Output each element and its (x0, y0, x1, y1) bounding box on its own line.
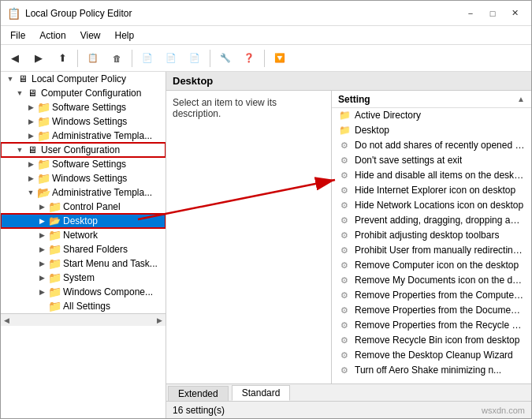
tree-item-windows-settings-2[interactable]: ▶ 📁 Windows Settings (1, 171, 166, 185)
setting-turn-off-aero[interactable]: ⚙ Turn off Aero Shake minimizing n... (332, 363, 531, 378)
back-button[interactable]: ◀ (4, 48, 26, 69)
ws1-label: Windows Settings (52, 116, 127, 127)
tree-item-shared-folders[interactable]: ▶ 📁 Shared Folders (1, 242, 166, 256)
tab-extended[interactable]: Extended (168, 386, 229, 401)
settings-button[interactable]: 🔧 (214, 48, 236, 69)
ws2-label: Windows Settings (52, 173, 127, 184)
wc-toggle[interactable]: ▶ (35, 288, 48, 296)
setting-hide-ie[interactable]: ⚙ Hide Internet Explorer icon on desktop (332, 183, 531, 198)
rdc-icon: ⚙ (338, 349, 351, 361)
nse-label: Don't save settings at exit (355, 155, 462, 166)
setting-hide-network[interactable]: ⚙ Hide Network Locations icon on desktop (332, 198, 531, 213)
sys-toggle[interactable]: ▶ (35, 274, 48, 282)
rmd-label: Remove My Documents icon on the deskto..… (355, 275, 525, 286)
setting-desktop[interactable]: 📁 Desktop (332, 123, 531, 138)
setting-prohibit-redirect[interactable]: ⚙ Prohibit User from manually redirectin… (332, 243, 531, 258)
hie-label: Hide Internet Explorer icon on desktop (355, 185, 515, 196)
menu-help[interactable]: Help (109, 28, 141, 43)
root-label: Local Computer Policy (32, 73, 126, 84)
filter-button[interactable]: 🔽 (269, 48, 291, 69)
close-button[interactable]: ✕ (504, 6, 525, 21)
cp-label: Control Panel (63, 201, 121, 212)
tree-item-user-config[interactable]: ▼ 🖥 User Configuration (1, 143, 166, 157)
setting-prohibit-adjust[interactable]: ⚙ Prohibit adjusting desktop toolbars (332, 228, 531, 243)
settings-panel[interactable]: Setting ▲ 📁 Active Directory 📁 Desktop ⚙ (332, 91, 531, 383)
properties-button[interactable]: 🗑 (106, 48, 128, 69)
tree-item-computer-config[interactable]: ▼ 🖥 Computer Configuration (1, 86, 166, 100)
copy-button[interactable]: 📄 (160, 48, 182, 69)
tree-item-software-settings-1[interactable]: ▶ 📁 Software Settings (1, 100, 166, 114)
desktop-label: Desktop (355, 125, 389, 136)
hd-label: Hide and disable all items on the deskto… (355, 170, 525, 181)
up-button[interactable]: ⬆ (51, 48, 73, 69)
forward-button[interactable]: ▶ (28, 48, 50, 69)
tree-item-system[interactable]: ▶ 📁 System (1, 271, 166, 285)
tree-item-control-panel[interactable]: ▶ 📁 Control Panel (1, 200, 166, 214)
dt-toggle[interactable]: ▶ (35, 217, 48, 225)
tree-item-windows-compo[interactable]: ▶ 📁 Windows Compone... (1, 285, 166, 299)
at2-toggle[interactable]: ▼ (24, 189, 37, 196)
setting-remove-props-docs[interactable]: ⚙ Remove Properties from the Documents i… (332, 303, 531, 318)
net-toggle[interactable]: ▶ (35, 231, 48, 239)
menu-view[interactable]: View (74, 28, 107, 43)
sys-label: System (63, 272, 95, 283)
setting-remove-recycle[interactable]: ⚙ Remove Recycle Bin icon from desktop (332, 333, 531, 348)
tree-item-admin-templates-1[interactable]: ▶ 📁 Administrative Templa... (1, 129, 166, 143)
setting-no-recent-docs[interactable]: ⚙ Do not add shares of recently opened d… (332, 138, 531, 153)
settings-scroll-up[interactable]: ▲ (517, 95, 525, 103)
setting-prevent-adding[interactable]: ⚙ Prevent adding, dragging, dropping and… (332, 213, 531, 228)
ss1-toggle[interactable]: ▶ (24, 103, 37, 111)
tree-item-admin-templates-2[interactable]: ▼ 📂 Administrative Templa... (1, 185, 166, 200)
setting-remove-props-recycle[interactable]: ⚙ Remove Properties from the Recycle Bin… (332, 318, 531, 333)
content-area: Select an item to view its description. … (166, 91, 531, 383)
help-toolbar-button[interactable]: ❓ (238, 48, 260, 69)
at1-toggle[interactable]: ▶ (24, 132, 37, 140)
settings-header: Setting ▲ (332, 91, 531, 108)
tree-panel[interactable]: ▼ 🖥 Local Computer Policy ▼ 🖥 Computer C… (1, 72, 166, 418)
wc-icon: 📁 (48, 286, 61, 297)
tree-item-start-menu[interactable]: ▶ 📁 Start Menu and Task... (1, 256, 166, 271)
tree-item-all-settings[interactable]: ▶ 📁 All Settings (1, 299, 166, 313)
hd-icon: ⚙ (338, 169, 351, 181)
ws1-toggle[interactable]: ▶ (24, 118, 37, 125)
ss2-icon: 📁 (37, 159, 50, 170)
tree-item-windows-settings-1[interactable]: ▶ 📁 Windows Settings (1, 114, 166, 129)
tree-horizontal-scroll[interactable]: ◀ ▶ (1, 313, 166, 326)
paste-button[interactable]: 📄 (184, 48, 206, 69)
rmd-icon: ⚙ (338, 274, 351, 286)
right-panel: Desktop Select an item to view its descr… (166, 72, 531, 418)
tree-item-desktop[interactable]: ▶ 📂 Desktop (1, 214, 166, 228)
scroll-left-btn[interactable]: ◀ (4, 316, 9, 324)
uc-toggle[interactable]: ▼ (13, 146, 26, 154)
setting-remove-my-docs[interactable]: ⚙ Remove My Documents icon on the deskto… (332, 273, 531, 288)
new-button[interactable]: 📄 (136, 48, 158, 69)
ss2-toggle[interactable]: ▶ (24, 160, 37, 168)
ws2-toggle[interactable]: ▶ (24, 174, 37, 182)
cc-toggle[interactable]: ▼ (13, 89, 26, 97)
setting-no-save-exit[interactable]: ⚙ Don't save settings at exit (332, 153, 531, 168)
setting-remove-props-computer[interactable]: ⚙ Remove Properties from the Computer ic… (332, 288, 531, 303)
cp-toggle[interactable]: ▶ (35, 203, 48, 211)
at1-label: Administrative Templa... (52, 130, 152, 141)
tree-item-software-settings-2[interactable]: ▶ 📁 Software Settings (1, 157, 166, 171)
tree-item-network[interactable]: ▶ 📁 Network (1, 228, 166, 242)
sf-toggle[interactable]: ▶ (35, 245, 48, 253)
root-toggle[interactable]: ▼ (4, 75, 17, 83)
watermark-text: wsxdn.com (482, 406, 525, 415)
show-hide-button[interactable]: 📋 (82, 48, 104, 69)
setting-active-directory[interactable]: 📁 Active Directory (332, 108, 531, 123)
menu-file[interactable]: File (4, 28, 32, 43)
minimize-button[interactable]: − (460, 6, 481, 21)
root-icon: 🖥 (17, 73, 29, 84)
tab-standard[interactable]: Standard (232, 385, 291, 401)
scroll-right-btn[interactable]: ▶ (157, 316, 162, 324)
maximize-button[interactable]: □ (482, 6, 503, 21)
menu-action[interactable]: Action (33, 28, 72, 43)
sm-toggle[interactable]: ▶ (35, 260, 48, 267)
setting-hide-disable[interactable]: ⚙ Hide and disable all items on the desk… (332, 168, 531, 183)
setting-remove-computer[interactable]: ⚙ Remove Computer icon on the desktop (332, 258, 531, 273)
settings-header-label: Setting (338, 94, 517, 105)
tree-root[interactable]: ▼ 🖥 Local Computer Policy (1, 72, 166, 86)
setting-remove-cleanup[interactable]: ⚙ Remove the Desktop Cleanup Wizard (332, 348, 531, 363)
rpr-label: Remove Properties from the Recycle Bin c… (355, 320, 525, 331)
